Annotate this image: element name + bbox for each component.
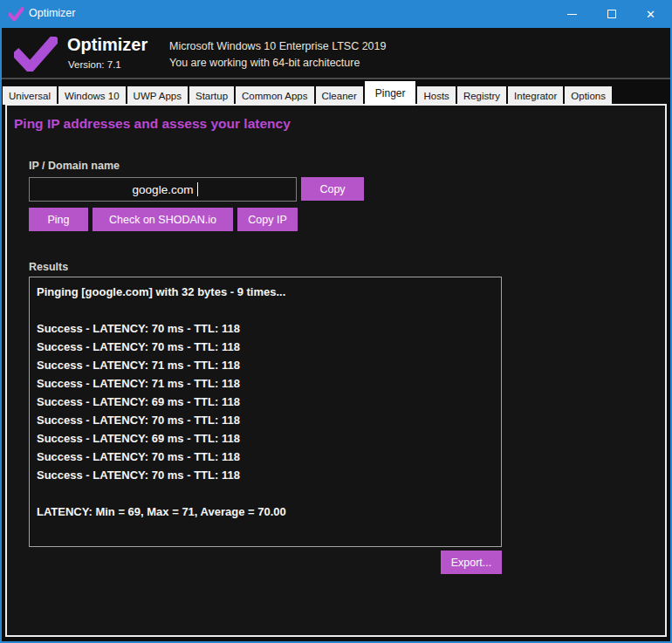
tab-startup[interactable]: Startup <box>189 86 234 105</box>
shodan-button[interactable]: Check on SHODAN.io <box>93 208 233 231</box>
tab-windows10[interactable]: Windows 10 <box>58 86 126 105</box>
os-arch: You are working with 64-bit architecture <box>169 57 360 69</box>
window-controls: ✕ <box>552 0 670 28</box>
minimize-button[interactable] <box>552 0 592 28</box>
app-name: Optimizer <box>67 35 147 55</box>
window-title: Optimizer <box>29 7 75 19</box>
app-logo-check-icon <box>14 37 58 72</box>
text-caret-icon <box>197 182 198 196</box>
tab-options[interactable]: Options <box>565 86 612 105</box>
ip-domain-field <box>29 177 297 202</box>
header-divider <box>2 78 670 79</box>
close-button[interactable]: ✕ <box>631 0 670 28</box>
results-label: Results <box>29 261 68 273</box>
tab-pinger[interactable]: Pinger <box>365 81 416 106</box>
os-name: Microsoft Windows 10 Enterprise LTSC 201… <box>169 40 386 52</box>
titlebar[interactable]: Optimizer ✕ <box>0 0 672 28</box>
tab-uwp-apps[interactable]: UWP Apps <box>127 86 188 105</box>
results-output[interactable]: Pinging [google.com] with 32 bytes - 9 t… <box>29 277 502 547</box>
tab-integrator[interactable]: Integrator <box>508 86 563 105</box>
ip-domain-input[interactable] <box>29 177 297 202</box>
tab-cleaner[interactable]: Cleaner <box>316 86 363 105</box>
tab-common-apps[interactable]: Common Apps <box>236 86 313 105</box>
page-heading: Ping IP addresses and assess your latenc… <box>14 116 291 132</box>
ip-domain-label: IP / Domain name <box>29 160 120 172</box>
check-icon <box>9 7 24 21</box>
tab-bar: Universal Windows 10 UWP Apps Startup Co… <box>3 80 612 106</box>
maximize-button[interactable] <box>592 0 631 28</box>
minimize-icon <box>567 14 577 15</box>
app-version: Version: 7.1 <box>68 59 121 70</box>
copy-button[interactable]: Copy <box>301 177 364 201</box>
tab-hosts[interactable]: Hosts <box>417 86 455 105</box>
export-button[interactable]: Export... <box>441 551 502 574</box>
tab-registry[interactable]: Registry <box>457 86 506 105</box>
copy-ip-button[interactable]: Copy IP <box>237 208 298 231</box>
ping-button[interactable]: Ping <box>29 208 88 231</box>
maximize-icon <box>607 10 616 18</box>
tab-universal[interactable]: Universal <box>3 86 57 105</box>
close-icon: ✕ <box>646 9 655 20</box>
app-window: Optimizer ✕ Optimizer Version: 7.1 Micro… <box>0 0 672 643</box>
app-header: Optimizer Version: 7.1 Microsoft Windows… <box>2 28 670 78</box>
